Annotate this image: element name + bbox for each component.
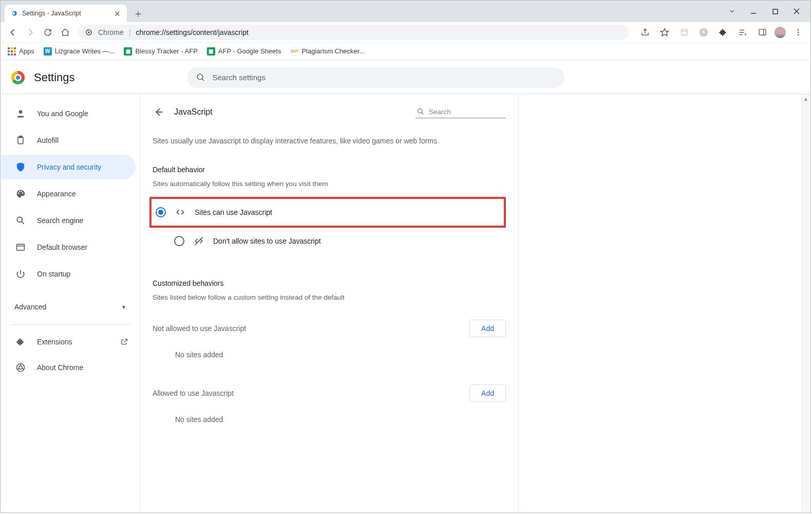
page-search-input[interactable]: Search bbox=[416, 105, 506, 118]
svg-text:K: K bbox=[702, 29, 706, 35]
svg-rect-1 bbox=[773, 9, 778, 14]
sheets-icon: ▦ bbox=[124, 47, 132, 56]
search-icon bbox=[417, 107, 425, 116]
sidebar-item-autofill[interactable]: Autofill bbox=[1, 128, 136, 153]
sidebar-item-privacy-security[interactable]: Privacy and security bbox=[1, 155, 136, 179]
tab-strip: Settings - JavaScript ✕ ＋ bbox=[1, 1, 810, 22]
default-behavior-title: Default behavior bbox=[153, 166, 506, 174]
customized-behaviors-subtitle: Sites listed below follow a custom setti… bbox=[153, 293, 506, 301]
chevron-down-icon[interactable] bbox=[727, 7, 737, 16]
svg-rect-25 bbox=[20, 136, 22, 138]
sidebar-advanced-toggle[interactable]: Advanced ▼ bbox=[1, 295, 140, 319]
reader-icon[interactable] bbox=[677, 25, 691, 40]
search-icon bbox=[15, 215, 26, 226]
wordpress-icon: W bbox=[44, 47, 52, 56]
new-tab-button[interactable]: ＋ bbox=[131, 6, 145, 21]
bookmark-item[interactable]: ▦ AFP - Google Sheets bbox=[207, 47, 281, 56]
code-off-icon bbox=[194, 236, 204, 246]
back-arrow-button[interactable] bbox=[153, 106, 165, 118]
search-settings-input[interactable]: Search settings bbox=[187, 67, 564, 88]
svg-line-37 bbox=[422, 113, 424, 115]
sidebar-item-on-startup[interactable]: On startup bbox=[1, 262, 136, 286]
svg-point-21 bbox=[197, 74, 203, 80]
forward-button bbox=[23, 25, 37, 40]
svg-rect-8 bbox=[681, 29, 687, 35]
svg-line-22 bbox=[202, 79, 204, 81]
sidebar-item-about-chrome[interactable]: About Chrome bbox=[1, 356, 136, 379]
maximize-icon[interactable] bbox=[770, 7, 780, 16]
url-label: Chrome bbox=[98, 28, 124, 36]
sidebar-item-search-engine[interactable]: Search engine bbox=[1, 208, 136, 233]
bookmarks-bar: Apps W Lizgrace Writes —... ▦ Blessy Tra… bbox=[1, 43, 810, 60]
app-header: Settings Search settings bbox=[1, 61, 810, 94]
browser-toolbar: Chrome | chrome://settings/content/javas… bbox=[1, 22, 810, 43]
radio-block-javascript[interactable]: Don't allow sites to use Javascript bbox=[174, 228, 506, 254]
share-icon[interactable] bbox=[638, 25, 652, 40]
sidepanel-icon[interactable] bbox=[755, 25, 769, 40]
scrollbar[interactable]: ▲ bbox=[801, 94, 810, 512]
svg-point-6 bbox=[88, 31, 90, 33]
svg-point-23 bbox=[19, 110, 23, 114]
svg-rect-16 bbox=[759, 29, 766, 35]
tab-favicon bbox=[10, 9, 18, 17]
shield-icon bbox=[15, 162, 26, 172]
profile-k-icon[interactable]: K bbox=[696, 25, 711, 40]
sidebar-item-default-browser[interactable]: Default browser bbox=[1, 235, 136, 260]
svg-marker-15 bbox=[745, 33, 747, 35]
menu-icon[interactable] bbox=[791, 25, 805, 40]
apps-icon bbox=[8, 47, 16, 56]
page-title: JavaScript bbox=[174, 107, 213, 117]
sst-icon: SST bbox=[290, 47, 298, 56]
reload-button[interactable] bbox=[41, 25, 55, 40]
search-icon bbox=[196, 73, 205, 82]
apps-shortcut[interactable]: Apps bbox=[8, 47, 34, 56]
settings-sidebar: You and Google Autofill Privacy and secu… bbox=[1, 94, 140, 512]
svg-marker-7 bbox=[661, 28, 669, 35]
url-text: chrome://settings/content/javascript bbox=[136, 28, 248, 36]
svg-line-38 bbox=[195, 237, 203, 245]
svg-line-34 bbox=[22, 369, 24, 370]
minimize-icon[interactable] bbox=[749, 7, 758, 16]
default-behavior-subtitle: Sites automatically follow this setting … bbox=[153, 180, 506, 188]
scroll-up-icon[interactable]: ▲ bbox=[802, 94, 810, 103]
profile-avatar[interactable] bbox=[775, 27, 786, 38]
svg-point-26 bbox=[17, 217, 22, 222]
not-allowed-label: Not allowed to use Javascript bbox=[153, 324, 246, 333]
power-icon bbox=[15, 269, 26, 279]
bookmark-item[interactable]: ▦ Blessy Tracker - AFP bbox=[124, 47, 197, 56]
svg-line-27 bbox=[22, 222, 24, 224]
radio-allow-javascript[interactable]: Sites can use Javascript bbox=[156, 199, 504, 226]
home-button[interactable] bbox=[58, 25, 72, 40]
allowed-empty: No sites added bbox=[175, 415, 506, 424]
address-bar[interactable]: Chrome | chrome://settings/content/javas… bbox=[79, 25, 629, 40]
caret-down-icon: ▼ bbox=[121, 304, 126, 310]
allowed-label: Allowed to use Javascript bbox=[153, 389, 234, 397]
external-link-icon bbox=[120, 338, 128, 346]
chrome-logo-icon bbox=[11, 71, 25, 84]
person-icon bbox=[15, 108, 26, 119]
back-button[interactable] bbox=[6, 25, 20, 40]
close-window-icon[interactable] bbox=[792, 7, 801, 16]
site-info-icon[interactable] bbox=[85, 28, 93, 36]
svg-rect-28 bbox=[17, 244, 25, 250]
bookmark-star-icon[interactable] bbox=[657, 25, 672, 40]
svg-line-33 bbox=[17, 369, 19, 370]
sidebar-item-extensions[interactable]: Extensions bbox=[1, 330, 136, 354]
add-allowed-button[interactable]: Add bbox=[469, 384, 506, 402]
code-icon bbox=[175, 207, 185, 217]
close-tab-icon[interactable]: ✕ bbox=[113, 9, 122, 19]
sidebar-item-you-and-google[interactable]: You and Google bbox=[1, 101, 136, 126]
svg-point-20 bbox=[798, 34, 799, 35]
media-icon[interactable] bbox=[735, 25, 750, 40]
add-not-allowed-button[interactable]: Add bbox=[469, 320, 506, 337]
bookmark-item[interactable]: W Lizgrace Writes —... bbox=[44, 47, 115, 56]
browser-tab[interactable]: Settings - JavaScript ✕ bbox=[5, 5, 127, 22]
extensions-icon[interactable] bbox=[716, 25, 730, 40]
tab-title: Settings - JavaScript bbox=[22, 10, 81, 17]
sidebar-item-appearance[interactable]: Appearance bbox=[1, 181, 136, 206]
browser-icon bbox=[15, 242, 26, 252]
page-description: Sites usually use Javascript to display … bbox=[153, 137, 506, 145]
svg-point-19 bbox=[798, 31, 799, 33]
bookmark-item[interactable]: SST Plagiarism Checker... bbox=[290, 47, 365, 56]
svg-point-18 bbox=[798, 29, 799, 31]
